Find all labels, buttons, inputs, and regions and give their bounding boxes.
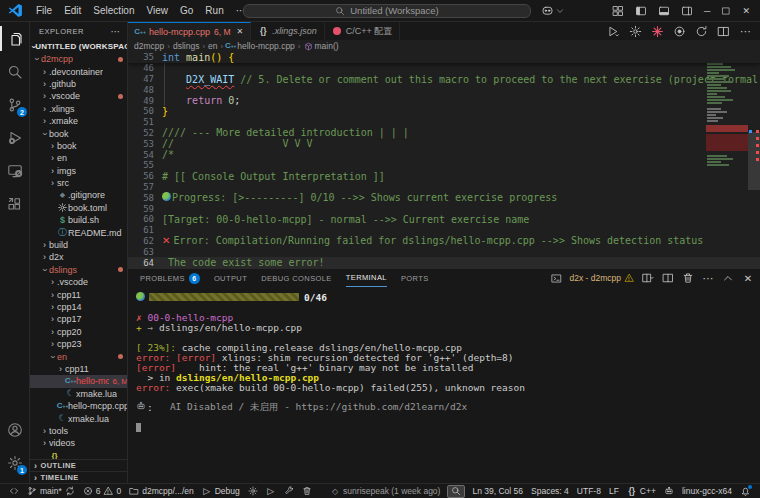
activity-extensions[interactable] (0, 187, 30, 220)
breadcrumb-en[interactable]: en (208, 41, 217, 51)
menu-file[interactable]: File (30, 5, 58, 16)
copilot-button[interactable] (541, 4, 564, 17)
breadcrumb-d2mcpp[interactable]: d2mcpp (134, 41, 164, 51)
activity-source-control[interactable]: 2 (0, 88, 30, 121)
tree-item-book[interactable]: ›book (30, 140, 128, 152)
workspace-root[interactable]: › UNTITLED (WORKSPACE) (30, 40, 127, 53)
menu-go[interactable]: Go (174, 5, 199, 16)
status-xmake-tools[interactable] (280, 484, 298, 498)
tree-item-tools[interactable]: ›tools (30, 425, 128, 437)
breadcrumb-dslings[interactable]: dslings (173, 41, 199, 51)
tree-item-src[interactable]: ›src (30, 177, 128, 189)
more-actions-button[interactable]: ⋯ (702, 272, 714, 284)
status-xmake-icon[interactable] (660, 484, 678, 498)
tree-item-en[interactable]: ›en (30, 350, 128, 362)
breadcrumb-main-[interactable]: main() (304, 41, 339, 51)
tree-item--github[interactable]: ›.github (30, 78, 128, 90)
toggle-secondary-sidebar-button[interactable] (681, 5, 693, 17)
section-timeline[interactable]: ›TIMELINE (30, 471, 128, 483)
tree-item-dslings[interactable]: ›dslings (30, 264, 128, 276)
more-actions-button[interactable]: ⋯ (739, 25, 752, 38)
code-editor[interactable]: 4647 D2X_WAIT // 5. Delete or comment ou… (128, 52, 760, 268)
status-screencast-toggle[interactable] (447, 485, 465, 498)
panel-tab-ports[interactable]: PORTS (401, 269, 429, 287)
tree-item-d2mcpp[interactable]: ›d2mcpp (30, 53, 128, 65)
minimap[interactable] (706, 52, 748, 268)
toggle-sidebar-button[interactable] (635, 5, 647, 17)
tree-item--xlings[interactable]: ›.xlings (30, 103, 128, 115)
tree-item-hello-mcpp-cpp[interactable]: C++hello-mcpp.cpp (30, 400, 128, 412)
launch-profile-button[interactable] (642, 272, 654, 284)
tree-item-cpp20[interactable]: ›cpp20 (30, 326, 128, 338)
tree-item-d2x[interactable]: ›d2x (30, 251, 128, 263)
status-indentation[interactable]: Spaces: 4 (527, 484, 573, 498)
status-git-branch[interactable]: main* (23, 484, 79, 498)
status-encoding[interactable]: UTF-8 (573, 484, 605, 498)
breadcrumb[interactable]: d2mcpp›dslings›en›C++hello-mcpp.cpp›main… (128, 40, 760, 52)
activity-accounts[interactable] (0, 413, 30, 446)
status-xmake-run[interactable]: ▷ (262, 484, 280, 498)
tree-item--vscode[interactable]: ›.vscode (30, 90, 128, 102)
cpp-tools-icon[interactable] (651, 25, 664, 38)
tree-item-videos[interactable]: ›videos (30, 437, 128, 449)
menu-edit[interactable]: Edit (58, 5, 87, 16)
tree-item--xmake[interactable]: ›.xmake (30, 115, 128, 127)
tab--xlings-json[interactable]: {}.xlings.json (251, 22, 325, 40)
close-panel-button[interactable]: ✕ (742, 272, 754, 284)
activity-explorer[interactable] (0, 22, 30, 55)
status-problems-summary[interactable]: 60 (79, 484, 125, 498)
sticky-scroll-line[interactable]: 35int main() { (128, 52, 760, 63)
tree-item--devcontainer[interactable]: ›.devcontainer (30, 65, 128, 77)
toggle-panel-button[interactable] (658, 5, 670, 17)
tree-item-book[interactable]: ›book (30, 127, 128, 139)
customize-layout-button[interactable] (612, 5, 624, 17)
close-button[interactable]: ✕ (742, 6, 750, 16)
scrollbar-thumb[interactable] (748, 132, 760, 190)
xmake-target-icon[interactable] (673, 25, 686, 38)
settings-icon[interactable] (629, 25, 642, 38)
menu-view[interactable]: View (141, 5, 175, 16)
status-eol[interactable]: LF (605, 484, 623, 498)
tree-item-xmake-lua[interactable]: ☾xmake.lua (30, 388, 128, 400)
breadcrumb-hello-mcpp-cpp[interactable]: C++hello-mcpp.cpp (226, 41, 295, 51)
tree-item-build[interactable]: ›build (30, 239, 128, 251)
kill-terminal-button[interactable] (682, 272, 694, 284)
status-git-blame[interactable]: ◇sunrisepeak (1 week ago) (326, 484, 444, 498)
tree-item-en[interactable]: ›en (30, 152, 128, 164)
sidebar-more-actions[interactable]: ⋯ (111, 26, 122, 37)
tree-item-cpp11[interactable]: ›cpp11 (30, 288, 128, 300)
tree-item-build-sh[interactable]: $build.sh (30, 214, 128, 226)
tab-hello-mcpp-cpp[interactable]: C++hello-mcpp.cpp6, M✕ (128, 22, 251, 40)
status-cursor-position[interactable]: Ln 39, Col 56 (468, 484, 527, 498)
tree-item-cpp23[interactable]: ›cpp23 (30, 338, 128, 350)
status-remote-indicator[interactable] (5, 484, 23, 498)
close-tab-button[interactable]: ✕ (237, 27, 244, 36)
tree-item-hello-mcp-[interactable]: C++hello-mcp...6, M (30, 375, 128, 387)
activity-run-and-debug[interactable] (0, 121, 30, 154)
tree-item-imgs[interactable]: ›imgs (30, 165, 128, 177)
status-xmake-clean[interactable] (298, 484, 316, 498)
activity-manage[interactable]: 1 (0, 446, 30, 479)
maximize-button[interactable] (721, 6, 731, 16)
status-notifications[interactable] (736, 484, 755, 498)
menu-run[interactable]: Run (199, 5, 229, 16)
tree-item-cpp14[interactable]: ›cpp14 (30, 301, 128, 313)
split-editor-button[interactable] (717, 25, 730, 38)
status-xmake-settings[interactable] (244, 484, 262, 498)
tree-item-xmake-lua[interactable]: ☾xmake.lua (30, 412, 128, 424)
minimize-button[interactable]: ─ (704, 6, 710, 16)
terminal-instance[interactable]: d2x - d2mcpp (570, 273, 635, 283)
tree-item-cpp17[interactable]: ›cpp17 (30, 313, 128, 325)
tab-c-c-[interactable]: C/C++ 配置 (325, 22, 401, 40)
status-xmake-toolchain[interactable]: linux-gcc-x64 (678, 484, 736, 498)
panel-tab-terminal[interactable]: TERMINAL (346, 269, 387, 287)
run-or-debug-button[interactable] (607, 25, 620, 38)
panel-tab-output[interactable]: OUTPUT (214, 269, 247, 287)
tree-item-cpp11[interactable]: ›cpp11 (30, 363, 128, 375)
tree-item-book-toml[interactable]: book.toml (30, 202, 128, 214)
command-center[interactable]: Untitled (Workspace) (243, 4, 531, 18)
maximize-panel-button[interactable] (722, 272, 734, 284)
status-active-folder[interactable]: d2mcpp/.../en (125, 484, 198, 498)
status-language-mode[interactable]: {}C++ (623, 484, 660, 498)
split-terminal-button[interactable] (662, 272, 674, 284)
